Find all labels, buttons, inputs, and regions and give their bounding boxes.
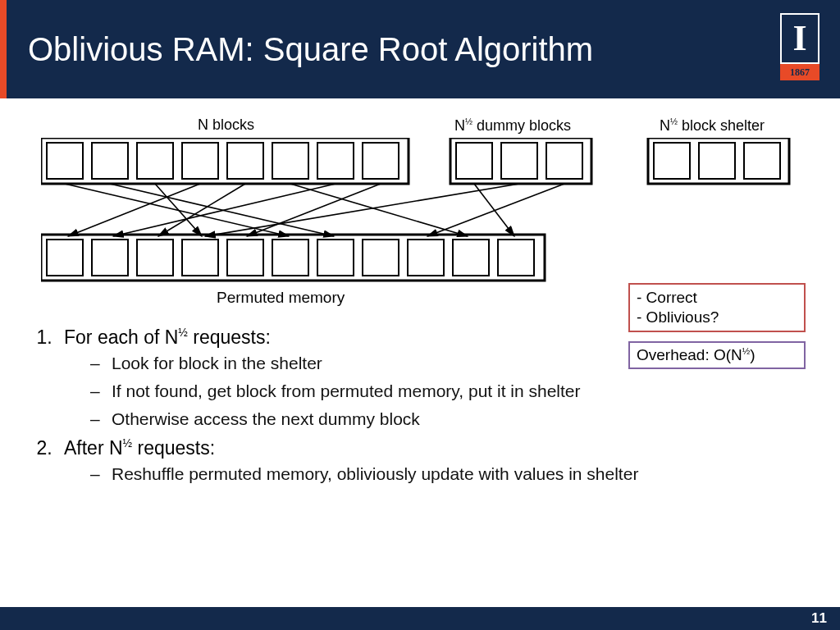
step-1: For each of N½ requests: Look for block … <box>57 326 799 429</box>
svg-rect-10 <box>456 143 492 179</box>
svg-line-39 <box>427 184 564 236</box>
svg-rect-14 <box>654 143 690 179</box>
svg-line-34 <box>290 184 468 236</box>
svg-rect-27 <box>453 240 489 276</box>
svg-line-33 <box>158 184 245 236</box>
label-permuted: Permuted memory <box>217 289 345 307</box>
page-number: 11 <box>811 610 827 626</box>
svg-rect-22 <box>227 240 263 276</box>
step-2a: Reshuffle permuted memory, obliviously u… <box>90 464 799 484</box>
svg-rect-21 <box>182 240 218 276</box>
accent-bar <box>0 0 7 98</box>
box1-line2: - Oblivious? <box>637 308 797 327</box>
svg-line-31 <box>155 184 202 236</box>
step-1c: Otherwise access the next dummy block <box>90 409 799 429</box>
algorithm-steps: For each of N½ requests: Look for block … <box>23 326 799 492</box>
svg-rect-8 <box>363 143 399 179</box>
svg-rect-20 <box>137 240 173 276</box>
slide-title: Oblivious RAM: Square Root Algorithm <box>28 31 593 68</box>
svg-rect-3 <box>137 143 173 179</box>
svg-rect-17 <box>41 235 545 281</box>
label-dummy-blocks: N½ dummy blocks <box>454 116 571 135</box>
svg-rect-26 <box>408 240 444 276</box>
step-1a: Look for block in the shelter <box>90 354 799 373</box>
svg-rect-24 <box>317 240 354 276</box>
svg-rect-13 <box>648 138 789 184</box>
svg-rect-19 <box>92 240 128 276</box>
svg-rect-4 <box>182 143 218 179</box>
svg-rect-11 <box>501 143 537 179</box>
memory-diagram <box>41 138 796 285</box>
svg-rect-5 <box>227 143 263 179</box>
svg-rect-16 <box>744 143 780 179</box>
step-1-text: For each of N½ requests: <box>64 326 271 348</box>
svg-rect-12 <box>546 143 582 179</box>
box1-line1: - Correct <box>637 288 797 308</box>
svg-rect-18 <box>47 240 83 276</box>
svg-line-32 <box>68 184 200 236</box>
university-logo: I 1867 <box>778 13 822 87</box>
svg-rect-28 <box>498 240 534 276</box>
label-shelter: N½ block shelter <box>660 116 765 135</box>
label-n-blocks: N blocks <box>198 116 254 134</box>
slide-footer: 11 <box>0 607 840 630</box>
svg-rect-7 <box>317 143 354 179</box>
svg-rect-15 <box>699 143 735 179</box>
logo-year: 1867 <box>780 64 819 80</box>
svg-rect-25 <box>363 240 399 276</box>
slide-header: Oblivious RAM: Square Root Algorithm I 1… <box>0 0 840 98</box>
step-2-text: After N½ requests: <box>64 437 215 459</box>
step-2: After N½ requests: Reshuffle permuted me… <box>57 437 799 484</box>
logo-block-i: I <box>780 13 819 64</box>
svg-rect-2 <box>92 143 128 179</box>
svg-rect-6 <box>272 143 308 179</box>
step-1b: If not found, get block from permuted me… <box>90 381 799 401</box>
logo-letter: I <box>792 21 806 57</box>
svg-rect-1 <box>47 143 83 179</box>
correctness-box: - Correct - Oblivious? <box>628 283 806 332</box>
svg-rect-9 <box>450 138 591 184</box>
svg-rect-23 <box>272 240 308 276</box>
